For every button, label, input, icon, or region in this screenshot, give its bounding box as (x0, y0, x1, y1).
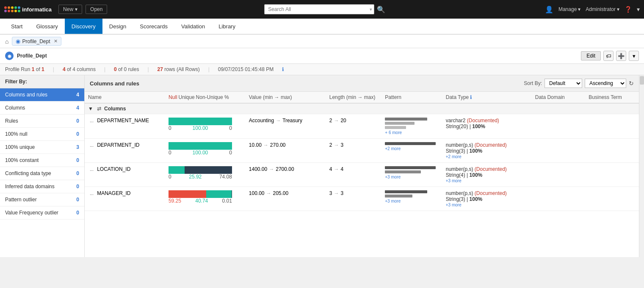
unique-bar (169, 166, 185, 174)
sidebar-item-count: 0 (76, 170, 79, 176)
tab-glossary[interactable]: Glossary (29, 19, 64, 34)
documented-badge: (Documented) (475, 190, 507, 196)
tab-start[interactable]: Start (4, 19, 29, 34)
pct: 100% (470, 148, 483, 154)
tab-discovery[interactable]: Discovery (65, 19, 102, 34)
sort-controls: Sort By: Default Name Data Type Ascendin… (524, 79, 634, 88)
sidebar-item-label: Rules (5, 118, 18, 124)
col-length-cell: 2 → 3 (326, 139, 382, 163)
info-icon[interactable]: ℹ (282, 66, 284, 72)
row-menu-button[interactable]: ... (88, 143, 95, 148)
sep1: | (53, 66, 54, 72)
search-input[interactable] (265, 5, 368, 14)
tab-validation[interactable]: Validation (174, 19, 212, 34)
sidebar-item-100-unique[interactable]: 100% unique 3 (0, 141, 84, 154)
tab-design[interactable]: Design (102, 19, 133, 34)
table-row: ... LOCATION_ID 0 25.92 74.08 (85, 163, 639, 187)
top-right-actions: 👤 Manage ▾ Administrator ▾ ❓ ▾ (545, 5, 640, 14)
open-button[interactable]: Open (86, 5, 107, 14)
col-value-cell: 10.00 → 270.00 (246, 139, 326, 163)
admin-button[interactable]: Administrator ▾ (586, 6, 619, 12)
tag-icon[interactable]: 🏷 (603, 51, 614, 61)
chevron-down-action-icon[interactable]: ▾ (629, 51, 639, 61)
sort-order-select[interactable]: Ascending Descending (585, 79, 626, 88)
datatype-primary: varchar2 (Documented) (446, 118, 528, 123)
profile-run-total: 1 (41, 66, 44, 72)
col-name-text: DEPARTMENT_ID (97, 142, 139, 148)
more-link[interactable]: +3 more (446, 203, 462, 207)
search-dropdown-icon[interactable]: ▾ (368, 7, 374, 12)
pattern-bar-1 (385, 166, 436, 169)
sidebar-item-value-frequency-outlier[interactable]: Value Frequency outlier 0 (0, 206, 84, 219)
sidebar-item-rules[interactable]: Rules 0 (0, 115, 84, 128)
pattern-bar-2 (385, 122, 415, 125)
nonunique-val: 74.08 (219, 174, 232, 180)
new-button[interactable]: New ▾ (58, 5, 82, 14)
col-length-cell: 2 → 20 (326, 114, 382, 139)
sidebar-item-columns[interactable]: Columns 4 (0, 101, 84, 115)
sidebar-item-conflicting-data-type[interactable]: Conflicting data type 0 (0, 167, 84, 180)
sidebar-item-inferred-data-domains[interactable]: Inferred data domains 0 (0, 180, 84, 193)
edit-button[interactable]: Edit (581, 51, 601, 60)
add-icon[interactable]: ➕ (616, 51, 626, 61)
nav-tabs: Start Glossary Discovery Design Scorecar… (0, 19, 644, 35)
help-icon[interactable]: ❓ (625, 6, 632, 13)
pattern-more-link[interactable]: + 6 more (385, 130, 402, 135)
sidebar-item-100-constant[interactable]: 100% constant 0 (0, 154, 84, 167)
scroll-thumb[interactable] (640, 76, 644, 85)
documented-badge: (Documented) (467, 118, 499, 123)
bar-chart (169, 118, 232, 125)
col-header-datatype: Data Type ℹ (442, 92, 532, 103)
col-name-cell: ... LOCATION_ID (85, 163, 165, 187)
row-menu-button[interactable]: ... (88, 118, 95, 123)
col-pattern-cell: +2 more (381, 139, 442, 163)
col-name-cell: ... MANAGER_ID (85, 187, 165, 211)
new-label: New (63, 6, 73, 12)
more-icon[interactable]: ▾ (637, 6, 640, 13)
val-max: 270.00 (270, 142, 286, 148)
col-datatype-cell: number(p,s) (Documented) String(3) | 100… (442, 187, 532, 211)
datatype-info-icon[interactable]: ℹ (470, 94, 472, 100)
val-min: 1400.00 (249, 166, 267, 172)
group-collapse-icon[interactable]: ▼ (88, 106, 93, 112)
sidebar-item-columns-and-rules[interactable]: Columns and rules 4 (0, 88, 84, 101)
col-header-length: Length (min → max) (326, 92, 382, 103)
breadcrumb-item[interactable]: ◉ Profile_Dept ✕ (12, 37, 61, 46)
col-name-cell: ... DEPARTMENT_NAME (85, 114, 165, 139)
col-header-name: Name (85, 92, 165, 103)
datatype-sub: String(3) | 100% (446, 148, 528, 154)
pattern-more-link[interactable]: +2 more (385, 146, 401, 151)
more-link[interactable]: +3 more (446, 178, 462, 183)
pattern-more-link[interactable]: +3 more (385, 175, 401, 179)
search-button[interactable]: 🔍 (374, 5, 388, 14)
more-link[interactable]: +2 more (446, 154, 462, 159)
row-menu-button[interactable]: ... (88, 167, 95, 172)
transfer-icon: ⇄ (97, 106, 101, 112)
unique-val: 100.00 (193, 125, 208, 131)
nonunique-val: 0 (229, 125, 232, 131)
tab-library[interactable]: Library (212, 19, 242, 34)
tab-scorecards[interactable]: Scorecards (133, 19, 174, 34)
sidebar-item-100-null[interactable]: 100% null 0 (0, 128, 84, 141)
search-box: ▾ (264, 4, 374, 14)
col-businessterm-cell (585, 163, 639, 187)
col-businessterm-cell (585, 114, 639, 139)
refresh-button[interactable]: ↻ (629, 80, 634, 87)
manage-label: Manage (558, 6, 577, 12)
val-min: Accounting (249, 118, 274, 123)
col-datadomain-cell (532, 163, 586, 187)
sidebar-item-pattern-outlier[interactable]: Pattern outlier 0 (0, 193, 84, 206)
sidebar-item-label: Conflicting data type (5, 170, 51, 176)
null-val: 59.25 (169, 198, 181, 204)
col-header-datadomain: Data Domain (532, 92, 586, 103)
manage-button[interactable]: Manage ▾ (558, 6, 580, 12)
pattern-more-link[interactable]: +3 more (385, 199, 401, 203)
breadcrumb-close-icon[interactable]: ✕ (54, 38, 58, 44)
sidebar-item-label: 100% constant (5, 157, 39, 163)
row-menu-button[interactable]: ... (88, 191, 95, 196)
sort-default-select[interactable]: Default Name Data Type (544, 79, 582, 88)
page-profile-icon: ◉ (5, 52, 14, 60)
scrollbar[interactable] (639, 75, 644, 257)
sidebar-item-count: 4 (76, 105, 79, 111)
home-icon[interactable]: ⌂ (5, 38, 8, 45)
